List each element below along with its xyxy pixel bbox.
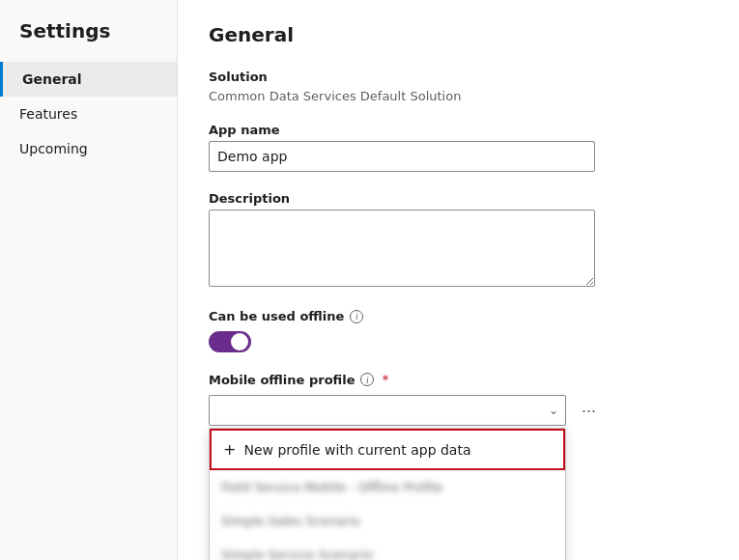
sidebar-item-label: Upcoming	[19, 141, 88, 156]
main-content: General Solution Common Data Services De…	[178, 0, 739, 560]
solution-section: Solution Common Data Services Default So…	[209, 70, 708, 103]
dropdown-item-2[interactable]: Simple Sales Scenario	[210, 504, 565, 538]
dropdown-item-1[interactable]: Field Service Mobile - Offline Profile	[210, 470, 565, 504]
mobile-profile-info-icon[interactable]: i	[360, 373, 374, 386]
new-profile-label: New profile with current app data	[243, 442, 470, 458]
more-options-button[interactable]: ···	[574, 398, 604, 423]
dropdown-popup: + New profile with current app data Fiel…	[209, 428, 566, 560]
sidebar: Settings General Features Upcoming	[0, 0, 178, 560]
solution-label: Solution	[209, 70, 708, 84]
plus-icon: +	[223, 440, 236, 459]
page-title: General	[209, 23, 708, 46]
sidebar-item-features[interactable]: Features	[0, 97, 177, 131]
solution-value: Common Data Services Default Solution	[209, 89, 461, 103]
required-star: *	[382, 372, 388, 387]
mobile-profile-dropdown[interactable]	[209, 395, 566, 426]
sidebar-item-label: General	[22, 71, 82, 87]
mobile-profile-label: Mobile offline profile	[209, 373, 355, 387]
description-section: Description	[209, 191, 708, 290]
app-name-section: App name	[209, 123, 708, 172]
new-profile-item[interactable]: + New profile with current app data	[210, 429, 565, 470]
sidebar-item-general[interactable]: General	[0, 62, 177, 97]
offline-toggle[interactable]	[209, 331, 251, 352]
settings-title: Settings	[0, 19, 177, 62]
offline-section: Can be used offline i	[209, 309, 708, 352]
app-name-input[interactable]	[209, 141, 595, 172]
mobile-profile-dropdown-container: ⌄ + New profile with current app data Fi…	[209, 395, 566, 426]
sidebar-item-label: Features	[19, 106, 77, 122]
app-name-label: App name	[209, 123, 708, 137]
offline-info-icon[interactable]: i	[350, 310, 363, 323]
description-label: Description	[209, 191, 708, 206]
mobile-profile-section: Mobile offline profile i * ⌄ + New profi…	[209, 372, 708, 426]
dropdown-item-1-label: Field Service Mobile - Offline Profile	[221, 480, 442, 494]
dropdown-row: ⌄ + New profile with current app data Fi…	[209, 395, 708, 426]
dropdown-item-3-label: Simple Service Scenario	[221, 547, 373, 560]
description-input[interactable]	[209, 210, 595, 287]
dropdown-item-2-label: Simple Sales Scenario	[221, 514, 360, 528]
offline-label: Can be used offline	[209, 309, 344, 323]
dropdown-item-3[interactable]: Simple Service Scenario	[210, 538, 565, 560]
sidebar-item-upcoming[interactable]: Upcoming	[0, 131, 177, 166]
